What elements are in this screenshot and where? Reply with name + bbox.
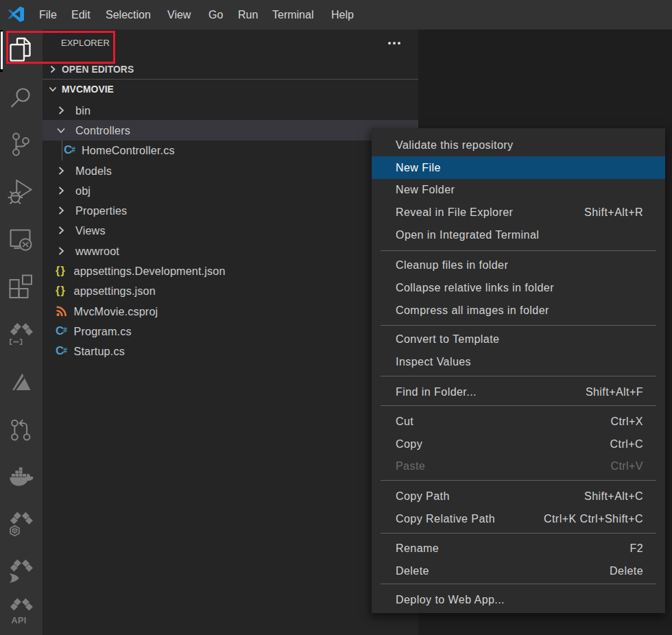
svg-text:API: API — [12, 616, 27, 625]
